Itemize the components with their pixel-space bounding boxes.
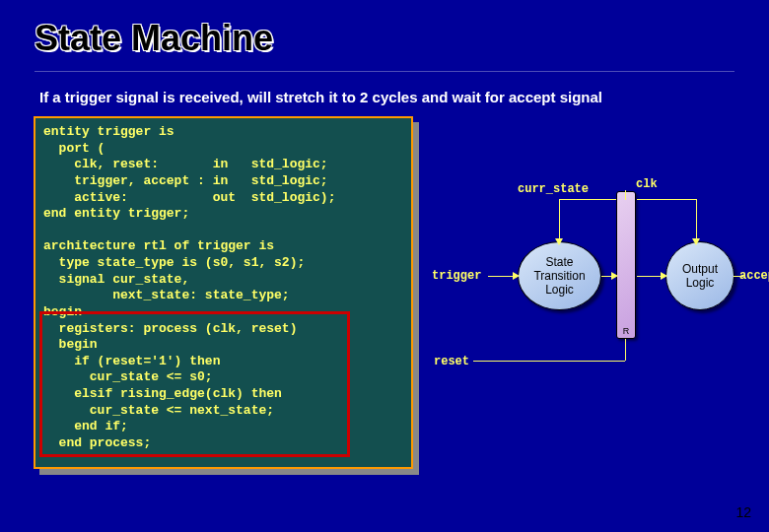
slide-subtitle: If a trigger signal is received, will st… [39, 89, 602, 105]
page-number: 12 [735, 504, 751, 520]
stl-label: State Transition Logic [533, 255, 585, 297]
wire [637, 199, 696, 200]
slide-title: State Machine [35, 18, 273, 59]
output-logic: Output Logic [665, 241, 734, 310]
code-box: entity trigger is port ( clk, reset: in … [34, 116, 413, 469]
label-trigger: trigger [432, 269, 481, 283]
state-transition-logic: State Transition Logic [518, 241, 601, 310]
arrowhead-icon [661, 272, 667, 280]
arrowhead-icon [611, 272, 618, 280]
wire [559, 199, 616, 200]
divider [35, 71, 734, 72]
wire [625, 339, 626, 361]
arrowhead-icon [555, 238, 563, 245]
wire [559, 199, 560, 242]
wire [734, 276, 743, 277]
wire [488, 276, 516, 277]
label-reset: reset [434, 355, 469, 368]
wire [625, 190, 626, 200]
register-r-label: R [617, 326, 635, 336]
arrowhead-icon [513, 272, 520, 280]
label-clk: clk [636, 177, 658, 191]
label-curr-state: curr_state [518, 182, 589, 196]
state-machine-diagram: curr_state clk trigger reset accept R St… [414, 148, 759, 424]
output-logic-label: Output Logic [682, 262, 718, 290]
wire [696, 199, 697, 242]
label-accept: accept [739, 269, 769, 283]
arrowhead-icon [692, 238, 700, 245]
wire [473, 361, 625, 362]
register-block: R [616, 191, 636, 339]
